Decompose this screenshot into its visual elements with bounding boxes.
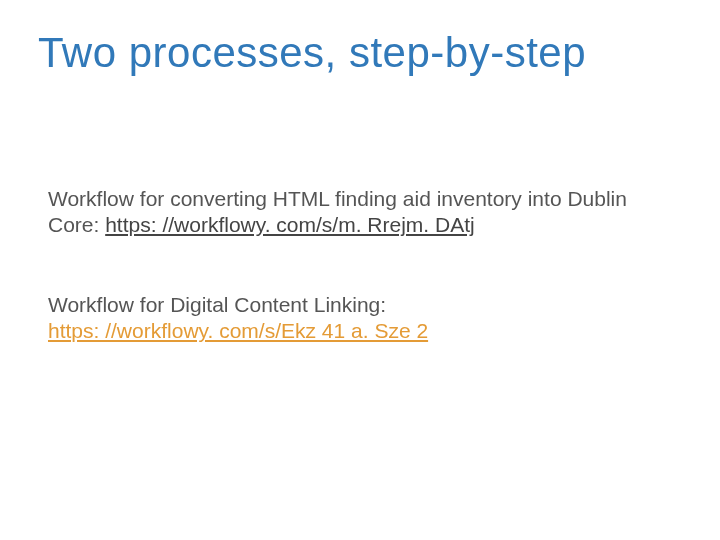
paragraph-2: Workflow for Digital Content Linking: ht…: [48, 292, 680, 345]
slide-title: Two processes, step-by-step: [38, 30, 586, 76]
paragraph-2-text: Workflow for Digital Content Linking:: [48, 293, 386, 316]
workflow-link-1[interactable]: https: //workflowy. com/s/m. Rrejm. DAtj: [105, 213, 475, 236]
slide: Two processes, step-by-step Workflow for…: [0, 0, 720, 540]
paragraph-1: Workflow for converting HTML finding aid…: [48, 186, 680, 239]
workflow-link-2[interactable]: https: //workflowy. com/s/Ekz 41 a. Sze …: [48, 319, 428, 342]
